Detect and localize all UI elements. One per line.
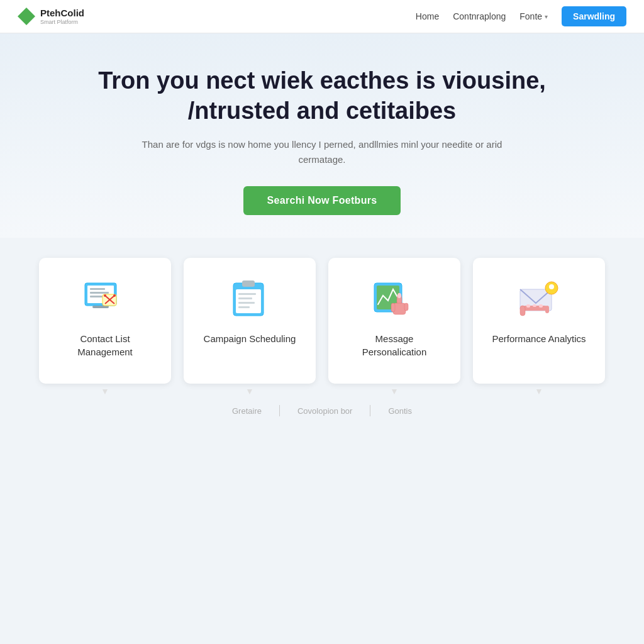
card-analytics: Performance Analytics (473, 258, 605, 384)
svg-rect-5 (92, 306, 109, 308)
svg-rect-16 (238, 302, 255, 304)
performance-analytics-icon (514, 277, 564, 321)
navbar: PtehColid Smart Platform Home Contnraplo… (0, 0, 644, 33)
logo: PtehColid Smart Platform (18, 8, 84, 25)
nav-home[interactable]: Home (416, 11, 439, 21)
tag-gretaire: Gretaire (214, 406, 279, 416)
svg-rect-13 (236, 289, 261, 313)
svg-rect-24 (404, 303, 408, 311)
tag-covolopion: Covolopion bor (280, 406, 370, 416)
svg-rect-23 (391, 303, 395, 312)
svg-rect-32 (533, 304, 536, 307)
message-personalization-icon (369, 277, 419, 321)
nav-links: Home Contnraplong Fonte ▾ Sarwdling (416, 6, 626, 26)
svg-point-27 (549, 284, 554, 289)
logo-sub: Smart Platform (40, 19, 84, 25)
card-message-label: Message Personalication (342, 332, 447, 358)
svg-rect-2 (90, 288, 105, 290)
svg-rect-31 (526, 304, 530, 308)
svg-point-10 (113, 294, 116, 297)
svg-point-9 (104, 294, 106, 297)
nav-dropdown-fonte[interactable]: Fonte ▾ (519, 11, 548, 21)
hero-title: Tron you nect wiek eacthes is viousine, … (25, 66, 619, 126)
contact-list-icon (80, 277, 130, 321)
svg-rect-14 (238, 293, 256, 295)
tag-gontis: Gontis (370, 406, 430, 416)
svg-rect-4 (90, 296, 103, 297)
card-contact-label: Contact List Management (53, 332, 157, 358)
campaign-scheduling-icon (225, 277, 275, 321)
tags-row: Gretaire Covolopion bor Gontis (0, 396, 644, 435)
svg-rect-17 (238, 306, 250, 308)
chevron-down-icon: ▾ (545, 13, 548, 20)
svg-rect-12 (242, 280, 255, 287)
card-campaign: Campaign Scheduling (184, 258, 316, 384)
logo-icon (18, 8, 35, 25)
hero-section: Tron you nect wiek eacthes is viousine, … (0, 33, 644, 238)
svg-rect-3 (90, 292, 109, 294)
svg-point-21 (397, 293, 401, 298)
nav-contnraplong[interactable]: Contnraplong (453, 11, 506, 21)
logo-text: PtehColid (40, 8, 84, 18)
card-contact: Contact List Management (39, 258, 171, 384)
card-campaign-label: Campaign Scheduling (204, 332, 296, 345)
card-analytics-label: Performance Analytics (492, 332, 586, 345)
svg-rect-33 (539, 304, 543, 308)
card-message: Message Personalication (328, 258, 460, 384)
svg-rect-30 (520, 306, 525, 316)
hero-subtitle: Than are for vdgs is now home you llency… (133, 137, 511, 167)
feature-cards: Contact List Management Campaign Schedul… (0, 238, 644, 396)
nav-cta-button[interactable]: Sarwdling (562, 6, 626, 26)
svg-rect-34 (545, 306, 549, 313)
svg-rect-15 (238, 297, 252, 299)
hero-cta-button[interactable]: Searchi Now Foetburs (243, 186, 401, 215)
